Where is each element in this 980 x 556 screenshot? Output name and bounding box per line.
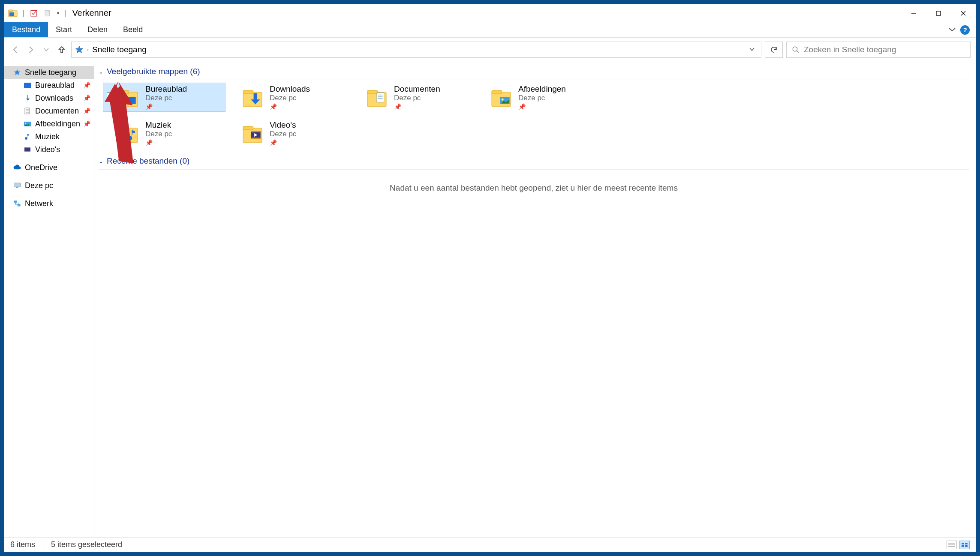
sidebar-item-label: Documenten xyxy=(35,107,79,116)
help-icon[interactable]: ? xyxy=(960,25,970,35)
chevron-right-icon[interactable]: › xyxy=(87,47,89,53)
navigation-pane[interactable]: Snelle toegang Bureaublad📌Downloads📌Docu… xyxy=(4,62,94,537)
explorer-window: | ▾ | Verkenner Bestand Start Delen Beel… xyxy=(2,2,978,554)
minimize-button[interactable] xyxy=(901,4,926,22)
maximize-button[interactable] xyxy=(926,4,951,22)
qat-newfolder-icon[interactable] xyxy=(42,7,54,19)
folder-tile-documents[interactable]: Documenten Deze pc 📌 xyxy=(352,83,474,112)
qat-properties-icon[interactable] xyxy=(28,7,40,19)
chevron-down-icon: ⌄ xyxy=(99,69,103,75)
selection-checkbox[interactable] xyxy=(107,93,114,100)
sidebar-item-music[interactable]: Muziek xyxy=(4,130,94,143)
sidebar-item-pictures[interactable]: Afbeeldingen📌 xyxy=(4,117,94,130)
tile-text: Video's Deze pc 📌 xyxy=(270,120,296,146)
nav-up-button[interactable] xyxy=(56,44,68,56)
pin-icon: 📌 xyxy=(83,108,90,114)
group-recent-files[interactable]: ⌄ Recente bestanden (0) xyxy=(99,155,969,168)
pictures-icon xyxy=(23,120,32,128)
sidebar-item-label: Downloads xyxy=(35,94,73,103)
sidebar-label: Snelle toegang xyxy=(25,68,76,77)
breadcrumb-location[interactable]: Snelle toegang xyxy=(92,45,147,54)
separator: | xyxy=(64,9,66,18)
status-item-count: 6 items xyxy=(10,540,35,549)
svg-rect-43 xyxy=(119,128,138,143)
tile-text: Documenten Deze pc 📌 xyxy=(394,84,440,110)
svg-rect-29 xyxy=(119,90,129,94)
folder-tile-desktop[interactable]: Bureaublad Deze pc 📌 xyxy=(103,83,225,112)
body: Snelle toegang Bureaublad📌Downloads📌Docu… xyxy=(4,62,976,537)
downloads-folder-icon xyxy=(240,85,265,109)
downloads-icon xyxy=(23,94,32,102)
svg-rect-59 xyxy=(962,545,964,547)
pin-icon: 📌 xyxy=(83,82,90,89)
svg-rect-1 xyxy=(9,10,12,12)
svg-marker-12 xyxy=(14,69,21,75)
details-view-button[interactable] xyxy=(947,541,957,549)
folder-tile-pictures[interactable]: Afbeeldingen Deze pc 📌 xyxy=(476,83,598,112)
sidebar-item-downloads[interactable]: Downloads📌 xyxy=(4,92,94,105)
tile-text: Afbeeldingen Deze pc 📌 xyxy=(518,84,566,110)
ribbon-tab-share[interactable]: Delen xyxy=(80,22,115,37)
nav-back-button[interactable] xyxy=(9,44,21,56)
svg-point-10 xyxy=(793,47,797,51)
tile-sublabel: Deze pc xyxy=(270,94,310,102)
sidebar-item-documents[interactable]: Documenten📌 xyxy=(4,105,94,117)
svg-rect-58 xyxy=(965,543,968,544)
music-folder-icon xyxy=(116,121,140,145)
ribbon-tab-file[interactable]: Bestand xyxy=(4,22,48,37)
ribbon-tab-view[interactable]: Beeld xyxy=(115,22,150,37)
folder-tile-downloads[interactable]: Downloads Deze pc 📌 xyxy=(227,83,350,112)
tile-name: Afbeeldingen xyxy=(518,84,566,94)
status-bar: 6 items 5 items geselecteerd xyxy=(4,537,976,552)
search-box[interactable]: Zoeken in Snelle toegang xyxy=(786,42,971,58)
svg-rect-57 xyxy=(962,543,964,544)
qat-dropdown[interactable]: ▾ xyxy=(55,11,61,15)
nav-forward-button[interactable] xyxy=(25,44,37,56)
svg-rect-34 xyxy=(367,90,378,94)
sidebar-network[interactable]: Netwerk xyxy=(4,197,94,210)
ribbon-collapse-icon[interactable] xyxy=(948,27,956,33)
svg-rect-31 xyxy=(243,92,262,107)
address-dropdown-icon[interactable] xyxy=(746,46,758,54)
sidebar-item-label: Afbeeldingen xyxy=(35,120,80,129)
sidebar-item-videos[interactable]: Video's xyxy=(4,143,94,156)
search-icon xyxy=(792,46,800,54)
recent-empty-message: Nadat u een aantal bestanden hebt geopen… xyxy=(99,170,969,206)
tile-name: Downloads xyxy=(270,84,310,94)
svg-rect-13 xyxy=(24,83,31,88)
folder-tile-videos[interactable]: Video's Deze pc 📌 xyxy=(227,119,350,148)
refresh-button[interactable] xyxy=(765,42,783,58)
tile-sublabel: Deze pc xyxy=(145,94,187,102)
pin-icon: 📌 xyxy=(270,103,310,110)
music-icon xyxy=(23,132,32,141)
large-icons-view-button[interactable] xyxy=(959,541,970,549)
svg-rect-25 xyxy=(16,187,18,188)
tile-name: Documenten xyxy=(394,84,440,94)
sidebar-this-pc[interactable]: Deze pc xyxy=(4,179,94,192)
sidebar-item-label: Muziek xyxy=(35,132,60,141)
content-pane[interactable]: ⌄ Veelgebruikte mappen (6) Bureaublad De… xyxy=(94,62,976,537)
sidebar-item-desktop[interactable]: Bureaublad📌 xyxy=(4,79,94,92)
close-button[interactable] xyxy=(951,4,976,22)
sidebar-quick-access[interactable]: Snelle toegang xyxy=(4,66,94,79)
address-bar[interactable]: › Snelle toegang xyxy=(71,42,761,58)
ribbon-tab-start[interactable]: Start xyxy=(48,22,80,37)
svg-rect-50 xyxy=(251,138,261,139)
videos-icon xyxy=(23,145,32,154)
svg-point-42 xyxy=(502,99,504,101)
separator: | xyxy=(22,9,24,18)
sidebar-item-label: Bureaublad xyxy=(35,81,75,90)
folder-tile-music[interactable]: Muziek Deze pc 📌 xyxy=(103,119,225,148)
sidebar-onedrive[interactable]: OneDrive xyxy=(4,161,94,174)
svg-rect-6 xyxy=(936,11,941,15)
svg-rect-30 xyxy=(126,97,136,104)
group-label: Recente bestanden (0) xyxy=(107,156,189,166)
tile-sublabel: Deze pc xyxy=(145,130,172,138)
tile-name: Muziek xyxy=(145,120,172,130)
titlebar-left: | ▾ | Verkenner xyxy=(4,7,111,19)
nav-recent-dropdown[interactable] xyxy=(40,44,52,56)
sidebar-label: Netwerk xyxy=(25,199,53,208)
svg-rect-40 xyxy=(492,90,502,94)
group-frequent-folders[interactable]: ⌄ Veelgebruikte mappen (6) xyxy=(99,66,969,79)
tile-text: Muziek Deze pc 📌 xyxy=(145,120,172,146)
